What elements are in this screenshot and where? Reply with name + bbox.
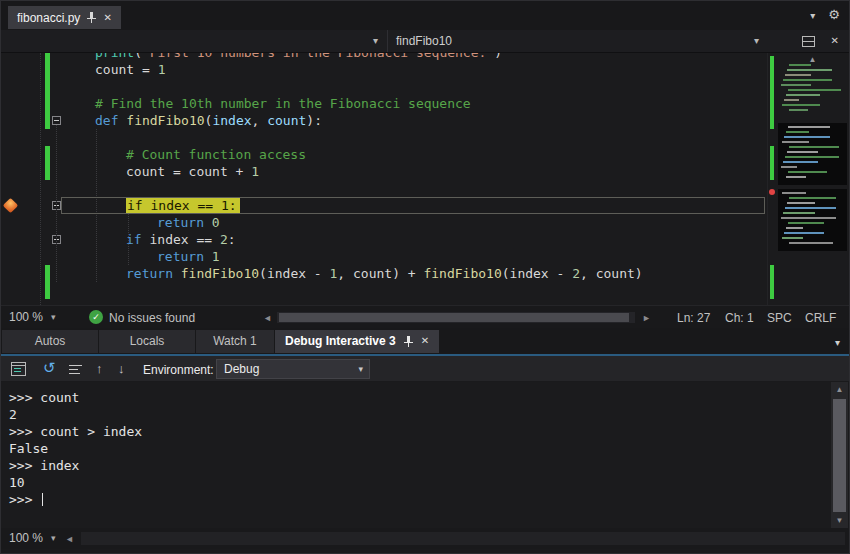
code-line: if index == 1: [61,197,765,214]
scroll-down-icon[interactable]: ▼ [836,516,844,525]
interactive-console[interactable]: >>> count2>>> count > indexFalse>>> inde… [1,382,831,528]
reset-icon[interactable]: ↺ [43,361,56,375]
pin-icon[interactable] [87,12,96,23]
pin-icon[interactable] [404,336,413,347]
vs-window: fibonacci.py ✕ ▾ ⚙ ▾ findFibo10 ▾ ✕ prin… [0,0,850,554]
zoom-control[interactable]: 100 % ▾ [9,531,56,545]
repl-prompt: >>> [9,492,40,507]
zoom-value: 100 % [9,531,43,545]
code-line: # Count function access [1,146,765,163]
minimap-row [783,161,818,163]
tab-fibonacci-py[interactable]: fibonacci.py ✕ [8,6,121,29]
no-issues-check-icon[interactable]: ✓ [89,310,103,324]
history-previous-icon[interactable]: ↑ [96,362,103,376]
minimap-row [787,202,815,204]
scroll-left-icon[interactable]: ◄ [65,534,74,544]
chevron-down-icon[interactable]: ▾ [835,337,840,348]
tab-label: Watch 1 [213,334,257,348]
navigation-bar: ▾ findFibo10 ▾ ✕ [1,30,849,53]
minimap-row [788,222,824,224]
member-dropdown[interactable]: findFibo10 ▾ [387,30,767,52]
minimap-row [788,126,830,128]
tab-label: Autos [35,334,66,348]
minimap-section [778,61,847,119]
minimap-row [789,64,811,66]
text-cursor [42,493,43,506]
minimap-row [789,146,839,148]
minimap-row [787,69,832,71]
split-window-icon[interactable] [802,36,815,47]
code-lines[interactable]: print("First 10 numbers in the Fibonacci… [1,53,765,282]
repl-line: >>> count [9,389,831,406]
tool-tab-debug-interactive-3[interactable]: Debug Interactive 3✕ [275,330,439,353]
vertical-scrollbar[interactable]: ▲ ▼ [831,382,848,528]
zoom-control[interactable]: 100 % ▾ [9,310,56,324]
scroll-up-icon[interactable]: ▲ [836,385,844,394]
change-mark [770,146,774,180]
code-line [1,129,765,146]
scrollbar-thumb[interactable] [833,399,846,512]
zoom-value: 100 % [9,310,43,324]
interactive-status-bar: 100 % ▾ ◄ [1,528,849,549]
scroll-right-icon[interactable]: ► [642,313,651,323]
environment-dropdown[interactable]: Debug ▾ [216,359,370,379]
close-icon[interactable]: ✕ [421,336,429,346]
minimap-row [784,99,799,101]
history-next-icon[interactable]: ↓ [118,362,125,376]
code-editor[interactable]: print("First 10 numbers in the Fibonacci… [1,53,849,305]
tool-tab-locals[interactable]: Locals [99,330,195,353]
repl-line: False [9,440,831,457]
code-line: count = count + 1 [1,163,765,180]
chevron-down-icon: ▾ [358,364,363,374]
scrollbar-thumb[interactable] [279,313,629,322]
scroll-left-icon[interactable]: ◄ [263,313,272,323]
interactive-toolbar: ↺ ↑ ↓ Environment: Debug ▾ [1,356,849,382]
tab-bar-controls: ▾ ⚙ [810,8,840,21]
repl-line: 2 [9,406,831,423]
environment-label: Environment: [143,363,214,377]
code-line: # Find the 10th number in the Fibonacci … [1,95,765,112]
tab-title: fibonacci.py [17,11,80,25]
minimap-row [781,84,811,86]
issues-text[interactable]: No issues found [109,311,195,325]
code-line: count = 1 [1,61,765,78]
close-icon[interactable]: ✕ [103,13,111,23]
minimap-row [786,131,809,133]
scope-dropdown[interactable]: ▾ [1,30,386,52]
code-line: return findFibo10(index - 1, count) + fi… [1,265,765,282]
text-lines-icon[interactable] [69,364,82,376]
horizontal-scrollbar[interactable] [277,312,635,323]
code-line: if index == 2: [1,231,765,248]
code-line: def findFibo10(index, count): [1,112,765,129]
repl-line: >>> index [9,457,831,474]
repl-line: >>> count > index [9,423,831,440]
minimap[interactable]: ▲ [777,53,848,305]
minimap-row [789,109,808,111]
minimap-section [778,123,847,185]
member-dropdown-value: findFibo10 [388,34,452,48]
horizontal-scrollbar[interactable] [81,532,845,545]
gear-icon[interactable]: ⚙ [828,8,840,21]
repl-input-line[interactable]: >>> [9,491,831,508]
minimap-row [785,156,839,158]
minimap-row [782,192,806,194]
tab-label: Locals [130,334,165,348]
minimap-scrollbar[interactable]: ▲ [767,53,849,305]
chevron-down-icon[interactable]: ▾ [810,8,815,21]
window-grid-icon[interactable] [11,362,26,376]
minimap-row [786,227,803,229]
minimap-row [781,166,797,168]
minimap-section [778,189,847,251]
code-line: return 1 [1,248,765,265]
overview-ruler [768,53,776,305]
tool-tab-autos[interactable]: Autos [2,330,98,353]
minimap-row [787,151,818,153]
chevron-down-icon: ▾ [373,35,378,46]
tool-tab-watch-1[interactable]: Watch 1 [196,330,274,353]
minimap-row [788,171,827,173]
line-indicator: Ln: 27 [677,311,710,325]
minimap-row [789,242,833,244]
change-mark [770,265,774,299]
close-icon[interactable]: ✕ [831,35,839,46]
minimap-row [785,74,811,76]
